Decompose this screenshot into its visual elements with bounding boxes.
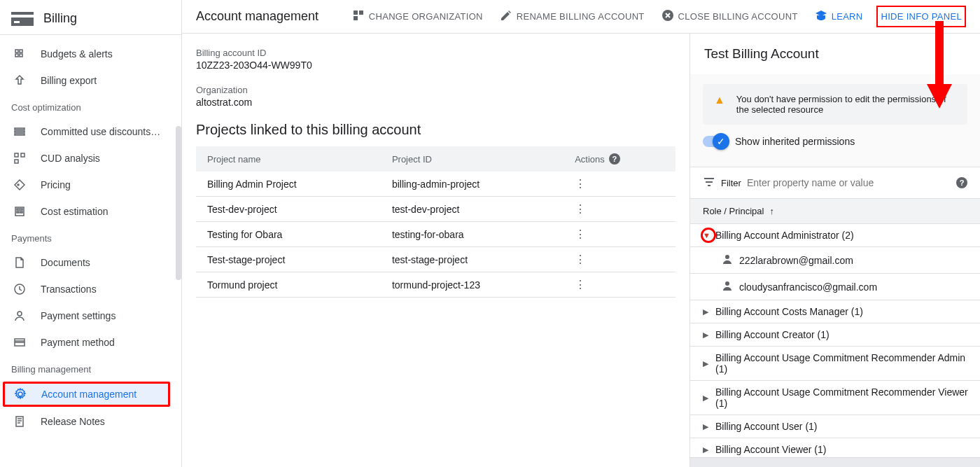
nav-item-label: Billing export <box>41 75 97 86</box>
nav-item-label: Committed use discounts… <box>41 126 160 137</box>
nav-item-pricing[interactable]: Pricing <box>0 172 181 198</box>
annotation-circle <box>701 228 716 243</box>
project-name: Test-dev-project <box>196 197 381 222</box>
chevron-right-icon: ▶ <box>703 393 715 403</box>
project-actions-menu[interactable]: ⋮ <box>575 279 586 291</box>
inherited-permissions-label: Show inherited permissions <box>735 136 855 147</box>
role-label: Billing Account Usage Commitment Recomme… <box>715 386 973 409</box>
hide-info-panel-button[interactable]: HIDE INFO PANEL <box>876 6 966 27</box>
principal-row[interactable]: cloudysanfrancisco@gmail.com <box>690 274 980 300</box>
chevron-right-icon: ▶ <box>703 445 715 454</box>
project-name: Testing for Obara <box>196 222 381 247</box>
role-label: Billing Account Viewer (1) <box>715 444 826 455</box>
clock-icon <box>11 283 28 295</box>
help-icon[interactable]: ? <box>609 153 620 165</box>
role-label: Billing Account Administrator (2) <box>715 230 854 241</box>
nav-item-label: Account management <box>41 389 136 400</box>
learn-button[interactable]: LEARN <box>815 9 863 24</box>
filter-icon[interactable] <box>703 176 715 190</box>
nav-item-budgets-alerts[interactable]: Budgets & alerts <box>0 41 181 67</box>
export-icon <box>11 74 28 87</box>
info-panel-title: Test Billing Account <box>690 34 980 74</box>
nav-item-transactions[interactable]: Transactions <box>0 276 181 302</box>
nav-section-payments: Payments <box>0 225 181 249</box>
permission-warning: ▲ You don't have permission to edit the … <box>703 84 967 125</box>
main: Account management CHANGE ORGANIZATION R… <box>182 0 980 467</box>
page-title: Account management <box>196 9 318 24</box>
project-id: test-stage-project <box>381 247 564 272</box>
nav-item-account-management[interactable]: Account management <box>3 382 170 407</box>
nav-item-payment-settings[interactable]: Payment settings <box>0 302 181 329</box>
project-row: Test-dev-projecttest-dev-project⋮ <box>196 197 676 222</box>
sort-arrow-up-icon: ↑ <box>769 206 774 216</box>
filter-help-icon[interactable]: ? <box>956 177 967 188</box>
organization-value: altostrat.com <box>196 97 676 108</box>
nav-item-cud-analysis[interactable]: CUD analysis <box>0 145 181 172</box>
role-row[interactable]: ▶Billing Account User (1) <box>690 415 980 438</box>
person-icon <box>11 309 28 322</box>
role-label: Billing Account Creator (1) <box>715 329 830 340</box>
role-column-header[interactable]: Role / Principal ↑ <box>690 199 980 224</box>
col-project-name[interactable]: Project name <box>196 146 381 172</box>
content-area: Billing account ID 10ZZ23-203O44-WW99T0 … <box>182 34 690 467</box>
analysis-icon <box>11 152 28 165</box>
close-account-button[interactable]: CLOSE BILLING ACCOUNT <box>662 9 798 24</box>
role-row[interactable]: ▶Billing Account Viewer (1) <box>690 438 980 457</box>
nav-item-release-notes[interactable]: Release Notes <box>0 408 181 435</box>
project-actions-menu[interactable]: ⋮ <box>575 228 586 240</box>
nav-item-label: Payment settings <box>41 310 115 321</box>
sidebar-scrollbar[interactable] <box>176 126 181 280</box>
nav-item-cost-estimation[interactable]: Cost estimation <box>0 198 181 225</box>
filter-input[interactable] <box>747 173 949 193</box>
nav-item-payment-method[interactable]: Payment method <box>0 329 181 356</box>
role-label: Billing Account User (1) <box>715 421 818 432</box>
nav-item-committed-use-discounts-[interactable]: Committed use discounts… <box>0 118 181 145</box>
project-actions-menu[interactable]: ⋮ <box>575 253 586 265</box>
project-row: Billing Admin Projectbilling-admin-proje… <box>196 172 676 197</box>
learn-icon <box>815 9 827 24</box>
chevron-right-icon: ▶ <box>703 330 715 340</box>
info-panel: Test Billing Account ▲ You don't have pe… <box>690 34 980 467</box>
principal-row[interactable]: 222larabrown@gmail.com <box>690 247 980 274</box>
svg-rect-1 <box>11 15 34 18</box>
rename-account-button[interactable]: RENAME BILLING ACCOUNT <box>500 9 645 24</box>
sidebar-title: Billing <box>43 11 77 26</box>
warning-icon: ▲ <box>714 94 725 106</box>
col-actions: Actions? <box>564 146 676 172</box>
project-row: Tormund projecttormund-project-123⋮ <box>196 272 676 298</box>
cost-icon <box>11 205 28 218</box>
nav-item-documents[interactable]: Documents <box>0 249 181 276</box>
nav-section-billing-management: Billing management <box>0 356 181 380</box>
project-id: tormund-project-123 <box>381 272 564 298</box>
role-row[interactable]: ▶Billing Account Creator (1) <box>690 323 980 347</box>
principal-email: cloudysanfrancisco@gmail.com <box>739 281 877 293</box>
rename-account-label: RENAME BILLING ACCOUNT <box>517 11 645 22</box>
project-actions-menu[interactable]: ⋮ <box>575 178 586 190</box>
role-row[interactable]: ▼Billing Account Administrator (2) <box>690 224 980 247</box>
change-organization-button[interactable]: CHANGE ORGANIZATION <box>352 9 483 24</box>
pricing-icon <box>11 179 28 191</box>
project-row: Testing for Obaratesting-for-obara⋮ <box>196 222 676 247</box>
change-organization-label: CHANGE ORGANIZATION <box>369 11 483 22</box>
person-icon <box>721 253 734 267</box>
svg-rect-0 <box>11 12 34 26</box>
projects-table: Project name Project ID Actions? Billing… <box>196 146 676 298</box>
gear-icon <box>12 388 29 400</box>
permission-warning-text: You don't have permission to edit the pe… <box>736 94 956 115</box>
topbar: Account management CHANGE ORGANIZATION R… <box>182 0 980 34</box>
inherited-permissions-toggle[interactable]: ✓ <box>703 136 728 147</box>
card-icon <box>11 336 28 349</box>
project-row: Test-stage-projecttest-stage-project⋮ <box>196 247 676 272</box>
role-row[interactable]: ▶Billing Account Costs Manager (1) <box>690 300 980 323</box>
role-row[interactable]: ▶Billing Account Usage Commitment Recomm… <box>690 381 980 415</box>
nav-item-label: CUD analysis <box>41 153 100 164</box>
col-project-id[interactable]: Project ID <box>381 146 564 172</box>
project-actions-menu[interactable]: ⋮ <box>575 203 586 215</box>
role-row[interactable]: ▶Billing Account Usage Commitment Recomm… <box>690 347 980 381</box>
panel-horizontal-scrollbar[interactable] <box>690 457 980 467</box>
nav-item-billing-export[interactable]: Billing export <box>0 67 181 94</box>
budgets-icon <box>11 48 28 60</box>
sidebar-header: Billing <box>0 0 181 35</box>
nav-item-label: Payment method <box>41 337 115 348</box>
nav-item-label: Transactions <box>41 284 97 295</box>
